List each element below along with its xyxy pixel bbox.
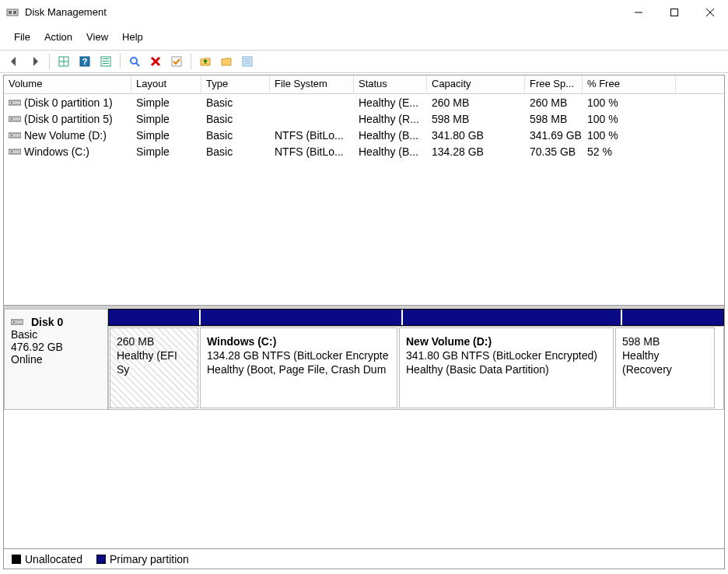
partition[interactable]: Windows (C:)134.28 GB NTFS (BitLocker En… [200, 327, 397, 408]
disk-icon [11, 317, 23, 327]
titlebar: Disk Management [0, 0, 728, 25]
refresh-button[interactable] [125, 52, 144, 71]
table-row[interactable]: (Disk 0 partition 1)SimpleBasicHealthy (… [4, 94, 724, 110]
menu-view[interactable]: View [80, 30, 114, 44]
settings-icon[interactable] [96, 52, 115, 71]
disk-name: Disk 0 [11, 316, 101, 328]
svg-rect-14 [103, 61, 109, 61]
col-pctfree[interactable]: % Free [583, 75, 676, 93]
legend-primary: Primary partition [96, 553, 189, 565]
col-type[interactable]: Type [201, 75, 270, 93]
disk-state: Online [11, 353, 101, 366]
properties-button[interactable] [167, 52, 186, 71]
toolbar: ? [0, 50, 728, 73]
partition[interactable]: New Volume (D:)341.80 GB NTFS (BitLocker… [399, 327, 614, 408]
svg-point-16 [131, 58, 137, 64]
col-filesystem[interactable]: File System [270, 75, 354, 93]
svg-line-17 [136, 63, 139, 66]
svg-rect-15 [103, 63, 109, 64]
table-header: Volume Layout Type File System Status Ca… [4, 75, 724, 94]
graphical-view: Disk 0 Basic 476.92 GB Online 260 MBHeal… [4, 306, 724, 569]
svg-rect-33 [11, 320, 23, 324]
app-icon [6, 6, 19, 19]
swatch-unallocated [12, 555, 21, 564]
svg-rect-1 [9, 11, 12, 14]
svg-point-32 [11, 151, 12, 152]
window-controls [621, 0, 728, 25]
svg-text:?: ? [82, 57, 88, 66]
window-title: Disk Management [25, 6, 621, 18]
svg-rect-29 [9, 133, 21, 138]
svg-point-34 [13, 321, 15, 323]
table-row[interactable]: (Disk 0 partition 5)SimpleBasicHealthy (… [4, 110, 724, 127]
disk-size: 476.92 GB [11, 341, 101, 353]
table-row[interactable]: New Volume (D:)SimpleBasicNTFS (BitLo...… [4, 127, 724, 143]
svg-point-28 [11, 118, 12, 120]
help-button[interactable]: ? [75, 52, 94, 71]
disk-label-panel[interactable]: Disk 0 Basic 476.92 GB Online [4, 309, 108, 410]
partition[interactable]: 598 MBHealthy (Recovery [615, 327, 715, 408]
swatch-primary [96, 555, 106, 564]
svg-point-26 [11, 102, 12, 103]
legend-unallocated: Unallocated [12, 553, 82, 565]
col-capacity[interactable]: Capacity [427, 75, 525, 93]
menu-file[interactable]: File [8, 30, 37, 44]
svg-rect-20 [172, 57, 181, 66]
folder-up-icon[interactable] [196, 52, 215, 71]
show-hide-tree-button[interactable] [54, 52, 73, 71]
table-row[interactable]: Windows (C:)SimpleBasicNTFS (BitLo...Hea… [4, 143, 724, 159]
svg-rect-27 [9, 117, 21, 121]
svg-rect-4 [671, 9, 678, 16]
menu-action[interactable]: Action [38, 30, 79, 44]
content-area: Volume Layout Type File System Status Ca… [3, 75, 725, 569]
folder-open-icon[interactable] [217, 52, 236, 71]
svg-rect-13 [103, 58, 109, 59]
svg-rect-2 [13, 11, 16, 14]
maximize-button[interactable] [656, 0, 692, 25]
legend: Unallocated Primary partition [4, 548, 724, 569]
svg-point-30 [11, 135, 12, 136]
back-button[interactable] [5, 52, 23, 71]
volume-list[interactable]: Volume Layout Type File System Status Ca… [4, 75, 724, 306]
col-status[interactable]: Status [354, 75, 427, 93]
col-volume[interactable]: Volume [4, 75, 131, 93]
disk-type: Basic [11, 328, 101, 341]
disk-partitions: 260 MBHealthy (EFI SyWindows (C:)134.28 … [108, 309, 724, 410]
close-button[interactable] [692, 0, 728, 25]
menu-help[interactable]: Help [116, 30, 149, 44]
list-view-icon[interactable] [238, 52, 257, 71]
svg-rect-25 [9, 100, 21, 105]
minimize-button[interactable] [621, 0, 656, 25]
disk-row: Disk 0 Basic 476.92 GB Online 260 MBHeal… [4, 309, 724, 410]
svg-rect-31 [9, 149, 21, 154]
forward-button[interactable] [26, 52, 44, 71]
col-freespace[interactable]: Free Sp... [525, 75, 583, 93]
delete-button[interactable] [146, 52, 165, 71]
disk-bar [108, 309, 724, 326]
menubar: File Action View Help [0, 28, 728, 45]
col-layout[interactable]: Layout [131, 75, 201, 93]
partition[interactable]: 260 MBHealthy (EFI Sy [110, 327, 198, 408]
